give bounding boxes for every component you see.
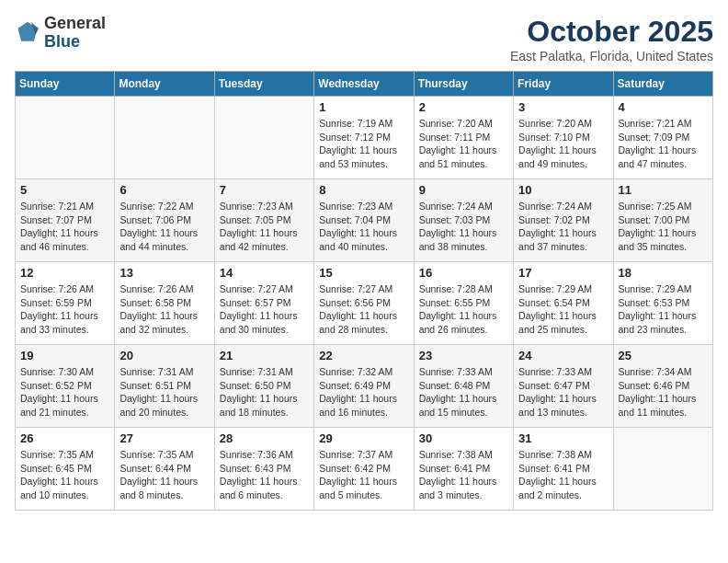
header-friday: Friday bbox=[514, 72, 613, 97]
day-cell: 23Sunrise: 7:33 AMSunset: 6:48 PMDayligh… bbox=[414, 345, 513, 428]
day-number: 14 bbox=[220, 266, 309, 280]
day-detail: Sunrise: 7:20 AMSunset: 7:10 PMDaylight:… bbox=[518, 117, 608, 171]
day-detail: Sunrise: 7:27 AMSunset: 6:56 PMDaylight:… bbox=[319, 282, 408, 337]
calendar-table: SundayMondayTuesdayWednesdayThursdayFrid… bbox=[15, 71, 713, 511]
day-detail: Sunrise: 7:19 AMSunset: 7:12 PMDaylight:… bbox=[319, 117, 408, 171]
day-number: 1 bbox=[319, 100, 408, 114]
day-detail: Sunrise: 7:29 AMSunset: 6:54 PMDaylight:… bbox=[518, 282, 608, 337]
day-number: 9 bbox=[419, 183, 508, 197]
day-number: 21 bbox=[220, 349, 309, 362]
day-detail: Sunrise: 7:35 AMSunset: 6:44 PMDaylight:… bbox=[119, 448, 209, 502]
day-number: 18 bbox=[619, 266, 708, 280]
day-cell bbox=[115, 97, 214, 179]
logo: General Blue bbox=[15, 15, 106, 52]
day-cell: 10Sunrise: 7:24 AMSunset: 7:02 PMDayligh… bbox=[514, 179, 613, 262]
logo-blue-text: Blue bbox=[44, 33, 106, 52]
day-number: 25 bbox=[619, 349, 708, 362]
day-detail: Sunrise: 7:26 AMSunset: 6:59 PMDaylight:… bbox=[20, 282, 109, 337]
day-detail: Sunrise: 7:21 AMSunset: 7:07 PMDaylight:… bbox=[20, 200, 109, 254]
day-cell: 27Sunrise: 7:35 AMSunset: 6:44 PMDayligh… bbox=[115, 428, 214, 511]
day-cell bbox=[214, 97, 313, 179]
day-detail: Sunrise: 7:21 AMSunset: 7:09 PMDaylight:… bbox=[619, 117, 708, 171]
day-detail: Sunrise: 7:27 AMSunset: 6:57 PMDaylight:… bbox=[220, 282, 309, 337]
day-number: 26 bbox=[20, 431, 109, 445]
day-cell: 21Sunrise: 7:31 AMSunset: 6:50 PMDayligh… bbox=[214, 345, 313, 428]
day-cell: 28Sunrise: 7:36 AMSunset: 6:43 PMDayligh… bbox=[214, 428, 313, 511]
week-row-3: 12Sunrise: 7:26 AMSunset: 6:59 PMDayligh… bbox=[16, 262, 713, 345]
day-cell: 11Sunrise: 7:25 AMSunset: 7:00 PMDayligh… bbox=[613, 179, 712, 262]
day-number: 5 bbox=[20, 183, 109, 197]
day-cell: 14Sunrise: 7:27 AMSunset: 6:57 PMDayligh… bbox=[214, 262, 313, 345]
day-detail: Sunrise: 7:31 AMSunset: 6:51 PMDaylight:… bbox=[119, 365, 209, 419]
day-detail: Sunrise: 7:23 AMSunset: 7:04 PMDaylight:… bbox=[319, 200, 408, 254]
header-sunday: Sunday bbox=[16, 72, 115, 97]
day-cell bbox=[16, 97, 115, 179]
day-number: 11 bbox=[619, 183, 708, 197]
header-row: SundayMondayTuesdayWednesdayThursdayFrid… bbox=[16, 72, 713, 97]
location-text: East Palatka, Florida, United States bbox=[510, 49, 713, 63]
day-cell: 6Sunrise: 7:22 AMSunset: 7:06 PMDaylight… bbox=[115, 179, 214, 262]
week-row-2: 5Sunrise: 7:21 AMSunset: 7:07 PMDaylight… bbox=[16, 179, 713, 262]
day-number: 10 bbox=[518, 183, 608, 197]
day-cell: 5Sunrise: 7:21 AMSunset: 7:07 PMDaylight… bbox=[16, 179, 115, 262]
day-cell: 18Sunrise: 7:29 AMSunset: 6:53 PMDayligh… bbox=[613, 262, 712, 345]
day-detail: Sunrise: 7:35 AMSunset: 6:45 PMDaylight:… bbox=[20, 448, 109, 502]
day-cell: 25Sunrise: 7:34 AMSunset: 6:46 PMDayligh… bbox=[613, 345, 712, 428]
day-cell bbox=[613, 428, 712, 511]
day-detail: Sunrise: 7:24 AMSunset: 7:03 PMDaylight:… bbox=[419, 200, 508, 254]
day-detail: Sunrise: 7:20 AMSunset: 7:11 PMDaylight:… bbox=[419, 117, 508, 171]
header-tuesday: Tuesday bbox=[214, 72, 313, 97]
day-cell: 31Sunrise: 7:38 AMSunset: 6:41 PMDayligh… bbox=[514, 428, 613, 511]
month-title: October 2025 bbox=[510, 15, 713, 49]
day-number: 31 bbox=[518, 431, 608, 445]
week-row-4: 19Sunrise: 7:30 AMSunset: 6:52 PMDayligh… bbox=[16, 345, 713, 428]
day-cell: 3Sunrise: 7:20 AMSunset: 7:10 PMDaylight… bbox=[514, 97, 613, 179]
day-cell: 1Sunrise: 7:19 AMSunset: 7:12 PMDaylight… bbox=[314, 97, 414, 179]
day-number: 17 bbox=[518, 266, 608, 280]
day-cell: 4Sunrise: 7:21 AMSunset: 7:09 PMDaylight… bbox=[613, 97, 712, 179]
day-number: 24 bbox=[518, 349, 608, 362]
title-block: October 2025 East Palatka, Florida, Unit… bbox=[510, 15, 713, 63]
day-detail: Sunrise: 7:30 AMSunset: 6:52 PMDaylight:… bbox=[20, 365, 109, 419]
day-cell: 19Sunrise: 7:30 AMSunset: 6:52 PMDayligh… bbox=[16, 345, 115, 428]
logo-icon bbox=[15, 20, 40, 46]
day-detail: Sunrise: 7:33 AMSunset: 6:48 PMDaylight:… bbox=[419, 365, 508, 419]
day-detail: Sunrise: 7:25 AMSunset: 7:00 PMDaylight:… bbox=[619, 200, 708, 254]
day-cell: 2Sunrise: 7:20 AMSunset: 7:11 PMDaylight… bbox=[414, 97, 513, 179]
day-number: 6 bbox=[119, 183, 209, 197]
page-header: General Blue October 2025 East Palatka, … bbox=[15, 15, 713, 63]
day-cell: 17Sunrise: 7:29 AMSunset: 6:54 PMDayligh… bbox=[514, 262, 613, 345]
day-detail: Sunrise: 7:22 AMSunset: 7:06 PMDaylight:… bbox=[119, 200, 209, 254]
day-detail: Sunrise: 7:26 AMSunset: 6:58 PMDaylight:… bbox=[119, 282, 209, 337]
day-number: 20 bbox=[119, 349, 209, 362]
day-cell: 7Sunrise: 7:23 AMSunset: 7:05 PMDaylight… bbox=[214, 179, 313, 262]
day-detail: Sunrise: 7:24 AMSunset: 7:02 PMDaylight:… bbox=[518, 200, 608, 254]
day-detail: Sunrise: 7:23 AMSunset: 7:05 PMDaylight:… bbox=[220, 200, 309, 254]
day-cell: 15Sunrise: 7:27 AMSunset: 6:56 PMDayligh… bbox=[314, 262, 414, 345]
day-detail: Sunrise: 7:28 AMSunset: 6:55 PMDaylight:… bbox=[419, 282, 508, 337]
day-number: 27 bbox=[119, 431, 209, 445]
header-saturday: Saturday bbox=[613, 72, 712, 97]
day-number: 13 bbox=[119, 266, 209, 280]
day-number: 19 bbox=[20, 349, 109, 362]
day-detail: Sunrise: 7:36 AMSunset: 6:43 PMDaylight:… bbox=[220, 448, 309, 502]
header-monday: Monday bbox=[115, 72, 214, 97]
day-cell: 16Sunrise: 7:28 AMSunset: 6:55 PMDayligh… bbox=[414, 262, 513, 345]
day-detail: Sunrise: 7:38 AMSunset: 6:41 PMDaylight:… bbox=[518, 448, 608, 502]
day-number: 30 bbox=[419, 431, 508, 445]
day-cell: 26Sunrise: 7:35 AMSunset: 6:45 PMDayligh… bbox=[16, 428, 115, 511]
day-detail: Sunrise: 7:38 AMSunset: 6:41 PMDaylight:… bbox=[419, 448, 508, 502]
day-detail: Sunrise: 7:29 AMSunset: 6:53 PMDaylight:… bbox=[619, 282, 708, 337]
day-number: 4 bbox=[619, 100, 708, 114]
day-number: 28 bbox=[220, 431, 309, 445]
logo-general-text: General bbox=[44, 15, 106, 33]
day-cell: 9Sunrise: 7:24 AMSunset: 7:03 PMDaylight… bbox=[414, 179, 513, 262]
day-detail: Sunrise: 7:37 AMSunset: 6:42 PMDaylight:… bbox=[319, 448, 408, 502]
day-cell: 20Sunrise: 7:31 AMSunset: 6:51 PMDayligh… bbox=[115, 345, 214, 428]
day-number: 23 bbox=[419, 349, 508, 362]
day-cell: 30Sunrise: 7:38 AMSunset: 6:41 PMDayligh… bbox=[414, 428, 513, 511]
day-cell: 24Sunrise: 7:33 AMSunset: 6:47 PMDayligh… bbox=[514, 345, 613, 428]
day-cell: 29Sunrise: 7:37 AMSunset: 6:42 PMDayligh… bbox=[314, 428, 414, 511]
day-number: 15 bbox=[319, 266, 408, 280]
day-number: 12 bbox=[20, 266, 109, 280]
